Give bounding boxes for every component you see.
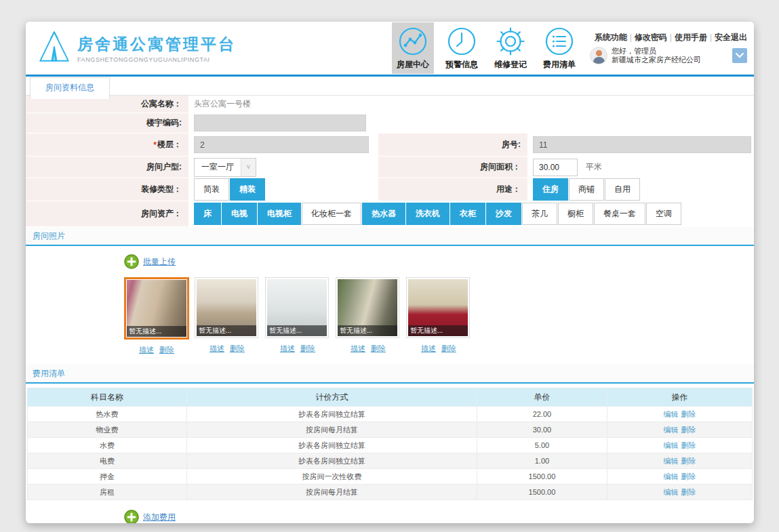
- fee-method: 抄表各房间独立结算: [187, 438, 477, 453]
- photo-links: 描述 删除: [265, 344, 330, 354]
- asset-option-bed[interactable]: 床: [194, 203, 221, 225]
- fee-price: 30.00: [477, 422, 607, 438]
- nav-item-repair-register[interactable]: 维修登记: [490, 22, 532, 74]
- photo-desc-link[interactable]: 描述: [139, 345, 154, 355]
- building-code-input[interactable]: [194, 115, 366, 131]
- add-fee-row: 添加费用: [124, 510, 754, 523]
- fee-name: 电费: [28, 453, 187, 469]
- add-fee-link[interactable]: 添加费用: [143, 512, 176, 523]
- room-type-select[interactable]: 一室一厅 ˅: [194, 158, 256, 177]
- delete-link[interactable]: 删除: [681, 410, 696, 418]
- usage-option-shop[interactable]: 商铺: [569, 178, 604, 201]
- delete-link[interactable]: 删除: [681, 472, 696, 480]
- floor-input[interactable]: [194, 136, 369, 153]
- nav-item-warning-info[interactable]: 预警信息: [441, 22, 483, 74]
- photo-item-kitchen: 暂无描述... 描述 删除: [406, 277, 471, 355]
- photo-delete-link[interactable]: 删除: [300, 344, 315, 354]
- fee-section-title: 费用清单: [26, 365, 754, 384]
- photo-desc-link[interactable]: 描述: [421, 344, 436, 354]
- tab-room-info[interactable]: 房间资料信息: [30, 77, 110, 99]
- asset-option-washer[interactable]: 洗衣机: [406, 203, 450, 225]
- asset-option-tv-cabinet[interactable]: 电视柜: [258, 203, 301, 225]
- bathroom-photo[interactable]: 暂无描述...: [265, 277, 329, 338]
- asset-option-water-heater[interactable]: 热水器: [362, 203, 405, 225]
- photo-delete-link[interactable]: 删除: [159, 345, 174, 355]
- fee-name: 押金: [28, 469, 187, 485]
- usage-option-self-use[interactable]: 自用: [605, 178, 640, 201]
- usage-option-residence[interactable]: 住房: [533, 178, 568, 201]
- edit-link[interactable]: 编辑: [664, 410, 679, 418]
- fee-price: 5.00: [477, 438, 607, 453]
- asset-option-cupboard[interactable]: 橱柜: [558, 203, 593, 225]
- nav-item-house-center[interactable]: 房屋中心: [392, 22, 434, 74]
- batch-upload-link[interactable]: 批量上传: [143, 256, 176, 268]
- edit-link[interactable]: 编辑: [664, 488, 679, 496]
- photo-item-bathroom: 暂无描述... 描述 删除: [265, 277, 330, 355]
- photo-delete-link[interactable]: 删除: [371, 344, 386, 354]
- edit-link[interactable]: 编辑: [664, 426, 679, 434]
- empty-room-photo[interactable]: 暂无描述...: [195, 277, 258, 338]
- table-row: 押金 按房间一次性收费 1500.00 编辑删除: [28, 469, 753, 485]
- asset-option-air-conditioner[interactable]: 空调: [646, 203, 681, 225]
- kitchen-photo[interactable]: 暂无描述...: [406, 277, 470, 338]
- user-manual-link[interactable]: 使用手册: [675, 33, 707, 42]
- asset-option-sofa[interactable]: 沙发: [486, 203, 521, 225]
- app-logo: 房舍通公寓管理平台 FANGSHETONGGONGYUGUANLIPINGTAI: [37, 28, 236, 68]
- fee-name: 房租: [28, 485, 187, 500]
- photo-links: 描述 删除: [195, 344, 260, 354]
- form-row-decoration-usage: 装修类型： 简装 精装 用途： 住房 商铺 自用: [26, 178, 754, 201]
- edit-link[interactable]: 编辑: [664, 441, 679, 449]
- collapse-header-button[interactable]: [732, 48, 747, 63]
- clock-icon: [447, 26, 477, 56]
- edit-link[interactable]: 编辑: [664, 472, 679, 480]
- edit-link[interactable]: 编辑: [664, 457, 679, 465]
- user-greeting: 您好，管理员: [612, 47, 701, 56]
- col-header-subject: 科目名称: [28, 388, 187, 407]
- delete-link[interactable]: 删除: [681, 457, 696, 465]
- batch-upload-row: 批量上传: [124, 254, 754, 269]
- fee-actions: 编辑删除: [607, 453, 753, 469]
- nav-item-fee-list[interactable]: 费用清单: [538, 22, 580, 74]
- safe-logout-link[interactable]: 安全退出: [715, 33, 747, 42]
- fee-name: 热水费: [28, 407, 187, 422]
- photo-section: 批量上传 暂无描述... 描述 删除 暂无描述... 描述: [26, 246, 754, 365]
- fee-actions: 编辑删除: [607, 422, 753, 438]
- photo-desc-link[interactable]: 描述: [351, 344, 365, 354]
- photo-desc-link[interactable]: 描述: [209, 344, 224, 354]
- decoration-option-simple[interactable]: 简装: [194, 178, 229, 201]
- app-title-block: 房舍通公寓管理平台 FANGSHETONGGONGYUGUANLIPINGTAI: [77, 34, 236, 63]
- asset-option-tv[interactable]: 电视: [222, 203, 257, 225]
- photo-item-living-room: 暂无描述... 描述 删除: [124, 277, 189, 355]
- delete-link[interactable]: 删除: [681, 426, 696, 434]
- photo-delete-link[interactable]: 删除: [441, 344, 456, 354]
- fee-price: 1.00: [477, 453, 607, 469]
- decoration-label: 装修类型：: [26, 178, 188, 201]
- photo-delete-link[interactable]: 删除: [230, 344, 245, 354]
- tab-bar: 房间资料信息: [26, 77, 754, 96]
- asset-option-wardrobe[interactable]: 衣柜: [450, 203, 485, 225]
- photo-item-hallway: 暂无描述... 描述 删除: [336, 277, 401, 355]
- delete-link[interactable]: 删除: [681, 441, 696, 449]
- photo-section-title: 房间照片: [26, 227, 754, 246]
- hallway-photo[interactable]: 暂无描述...: [336, 277, 399, 338]
- app-subtitle: FANGSHETONGGONGYUGUANLIPINGTAI: [77, 56, 236, 63]
- asset-option-dining-set[interactable]: 餐桌一套: [594, 203, 645, 225]
- change-password-link[interactable]: 修改密码: [635, 33, 667, 42]
- delete-link[interactable]: 删除: [681, 488, 696, 496]
- asset-option-dresser-set[interactable]: 化妆柜一套: [302, 203, 361, 225]
- photo-desc-link[interactable]: 描述: [280, 344, 295, 354]
- system-functions-link[interactable]: 系统功能: [595, 33, 627, 42]
- gear-icon: [496, 26, 525, 56]
- link-separator: |: [630, 33, 632, 42]
- living-room-photo[interactable]: 暂无描述...: [124, 277, 189, 340]
- room-info-form: 公寓名称： 头宫公寓一号楼 楼宇编码: *楼层： 房号: 房间户型:: [26, 96, 754, 227]
- room-type-label: 房间户型:: [26, 157, 188, 178]
- room-area-input[interactable]: [533, 159, 578, 176]
- fee-method: 抄表各房间独立结算: [187, 453, 477, 469]
- fee-actions: 编辑删除: [607, 485, 753, 500]
- required-mark: *: [153, 140, 157, 150]
- asset-option-tea-table[interactable]: 茶几: [522, 203, 557, 225]
- room-no-input[interactable]: [533, 136, 751, 153]
- decoration-option-fine[interactable]: 精装: [230, 178, 265, 201]
- photo-links: 描述 删除: [336, 344, 401, 354]
